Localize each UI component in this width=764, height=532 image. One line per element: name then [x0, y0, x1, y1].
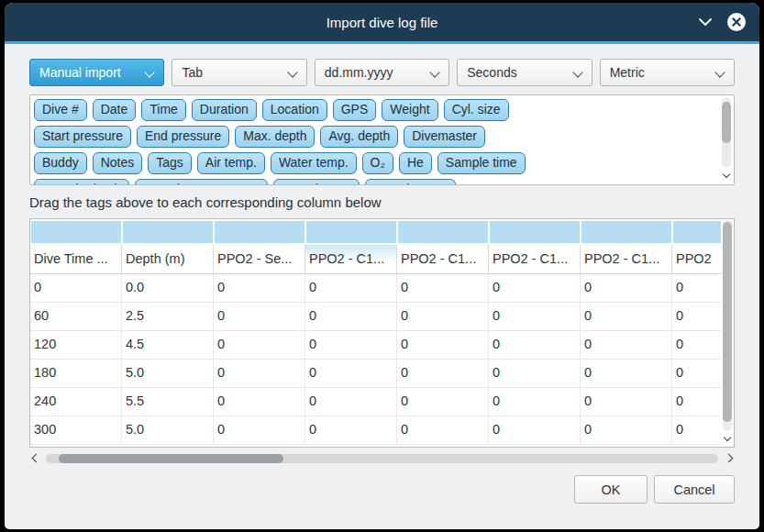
- tag-he[interactable]: He: [399, 152, 432, 174]
- tag-weight[interactable]: Weight: [382, 99, 437, 121]
- table-cell: 0: [672, 416, 721, 444]
- tag-sample-cns[interactable]: Sample CNS: [365, 179, 456, 185]
- column-header[interactable]: Dive Time ...: [30, 245, 122, 273]
- tag-duration[interactable]: Duration: [192, 99, 257, 121]
- ok-button[interactable]: OK: [574, 475, 648, 504]
- table-vscrollbar[interactable]: [722, 220, 733, 446]
- import-mode-combo[interactable]: Manual import: [29, 59, 164, 86]
- column-header[interactable]: PPO2: [672, 245, 721, 273]
- tag-buddy[interactable]: Buddy: [34, 152, 87, 174]
- tag-dive[interactable]: Dive #: [34, 99, 87, 121]
- tag-time[interactable]: Time: [141, 99, 186, 121]
- column-drop-target[interactable]: [581, 221, 671, 243]
- table-cell: 0: [305, 303, 397, 330]
- chevron-down-button[interactable]: [698, 17, 713, 27]
- units-value: Metric: [610, 65, 645, 80]
- tag-pool-scrollbar[interactable]: [721, 97, 732, 183]
- chevron-down-icon: [572, 67, 582, 77]
- table-cell: 0: [672, 303, 721, 330]
- column-drop-target[interactable]: [123, 221, 213, 243]
- table-cell: 0: [489, 331, 581, 359]
- table-cell: 0: [489, 416, 581, 444]
- table-cell: 0: [305, 331, 397, 359]
- table-cell: 0: [397, 360, 489, 387]
- chevron-down-icon: [714, 67, 725, 77]
- table-row: 1204.5000000: [30, 331, 721, 360]
- column-header[interactable]: PPO2 - C1...: [397, 245, 489, 273]
- table-cell: 4.5: [122, 331, 214, 359]
- table-cell: 0: [397, 303, 489, 330]
- field-separator-combo[interactable]: Tab: [172, 59, 306, 86]
- dialog-button-row: OK Cancel: [29, 475, 735, 504]
- column-drop-target[interactable]: [673, 221, 721, 243]
- titlebar[interactable]: Import dive log file: [5, 3, 759, 41]
- tag-air-temp[interactable]: Air temp.: [197, 152, 265, 174]
- table-cell: 0: [397, 416, 489, 444]
- cancel-button[interactable]: Cancel: [654, 475, 735, 504]
- drop-target-row: [30, 219, 721, 245]
- tag-cyl-size[interactable]: Cyl. size: [444, 99, 509, 121]
- tag-sample-temperature[interactable]: Sample temperature: [135, 179, 268, 185]
- tag-tags[interactable]: Tags: [148, 152, 192, 174]
- scrollbar-track[interactable]: [46, 454, 718, 463]
- scroll-left-arrow[interactable]: [29, 455, 42, 461]
- table-cell: 0: [489, 274, 581, 302]
- table-cell: 0: [489, 360, 581, 387]
- scroll-down-arrow[interactable]: [725, 427, 730, 444]
- scrollbar-handle[interactable]: [723, 222, 732, 422]
- table-cell: 0: [214, 303, 305, 330]
- table-cell: 0: [214, 416, 305, 444]
- column-drop-target[interactable]: [490, 221, 580, 243]
- table-cell: 5.5: [122, 388, 214, 416]
- table-cell: 5.0: [122, 360, 214, 387]
- window-title: Import dive log file: [327, 15, 438, 30]
- table-row: 00.0000000: [30, 274, 721, 303]
- date-format-combo[interactable]: dd.mm.yyyy: [315, 59, 449, 86]
- tag-water-temp[interactable]: Water temp.: [271, 152, 357, 174]
- scroll-down-arrow[interactable]: [724, 164, 729, 181]
- table-row: 1805.0000000: [30, 360, 721, 388]
- dialog-content: Manual import Tab dd.mm.yyyy Seconds Met…: [5, 44, 759, 504]
- table-cell: 0: [672, 360, 721, 387]
- tag-sample-depth[interactable]: Sample depth: [34, 179, 129, 185]
- column-header[interactable]: PPO2 - Se...: [214, 245, 305, 273]
- tag-rows: Dive #DateTimeDurationLocationGPSWeightC…: [30, 95, 734, 185]
- tag-gps[interactable]: GPS: [333, 99, 377, 121]
- table-body: 00.0000000602.50000001204.50000001805.00…: [30, 274, 721, 445]
- table-cell: 0: [305, 274, 397, 302]
- table-cell: 0: [581, 274, 672, 302]
- tag-start-pressure[interactable]: Start pressure: [34, 126, 131, 148]
- units-combo[interactable]: Metric: [600, 59, 735, 86]
- table-cell: 0: [581, 303, 672, 330]
- tag-max-depth[interactable]: Max. depth: [235, 126, 315, 148]
- scrollbar-handle[interactable]: [722, 102, 731, 143]
- tag-divemaster[interactable]: Divemaster: [404, 126, 485, 148]
- column-header[interactable]: PPO2 - C1...: [305, 245, 397, 273]
- tag-date[interactable]: Date: [93, 99, 137, 121]
- tag-o[interactable]: O₂: [362, 152, 393, 174]
- tag-notes[interactable]: Notes: [93, 152, 143, 174]
- scroll-right-arrow[interactable]: [722, 455, 735, 461]
- tag-sample-time[interactable]: Sample time: [437, 152, 526, 174]
- chevron-down-icon: [698, 17, 713, 27]
- tag-end-pressure[interactable]: End pressure: [137, 126, 229, 148]
- field-separator-value: Tab: [182, 65, 203, 80]
- tag-location[interactable]: Location: [262, 99, 327, 121]
- scrollbar-handle[interactable]: [59, 454, 283, 463]
- column-header[interactable]: PPO2 - C1...: [489, 245, 581, 273]
- import-mode-value: Manual import: [39, 65, 121, 80]
- column-drop-target[interactable]: [31, 221, 121, 243]
- column-header[interactable]: Depth (m): [122, 245, 214, 273]
- column-drop-target[interactable]: [215, 221, 304, 243]
- column-header[interactable]: PPO2 - C1...: [581, 245, 672, 273]
- tag-sample-po[interactable]: Sample pO₂: [273, 179, 359, 185]
- table-hscrollbar[interactable]: [29, 451, 735, 465]
- close-button[interactable]: [726, 12, 747, 32]
- column-drop-target[interactable]: [398, 221, 488, 243]
- duration-format-combo[interactable]: Seconds: [457, 59, 592, 86]
- close-icon: [726, 12, 747, 32]
- table-cell: 0: [397, 388, 489, 416]
- column-drop-target[interactable]: [306, 221, 396, 243]
- table-cell: 0: [581, 388, 672, 416]
- tag-avg-depth[interactable]: Avg. depth: [320, 126, 398, 148]
